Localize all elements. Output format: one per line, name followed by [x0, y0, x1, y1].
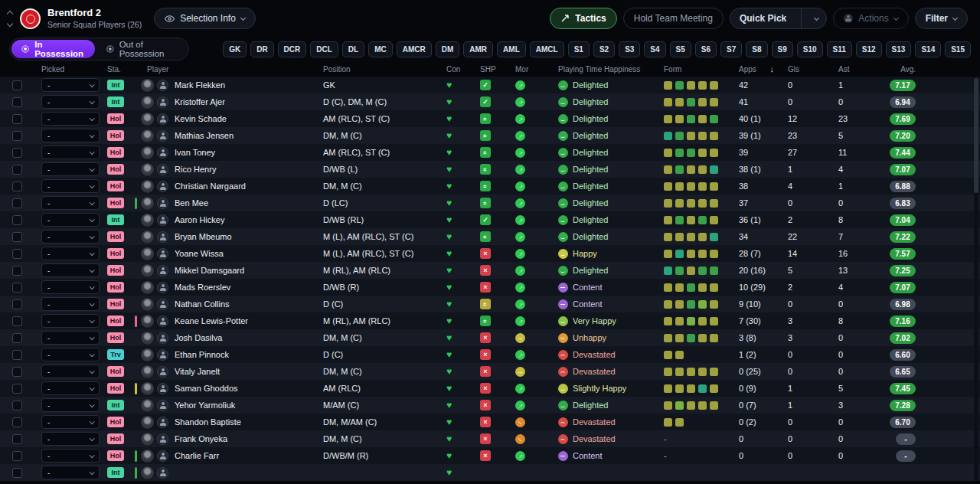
table-row[interactable]: - Hol Yoane Wissa M (L), AM (RLC), ST (C… — [0, 245, 980, 262]
picked-dropdown[interactable]: - — [41, 112, 100, 126]
table-row[interactable]: - Hol Christian Nørgaard DM, M (C) ♥ » →… — [0, 178, 980, 195]
position-chip-s12[interactable]: S12 — [856, 41, 882, 57]
row-checkbox[interactable] — [12, 316, 22, 326]
quick-pick-label[interactable]: Quick Pick — [730, 8, 795, 28]
row-checkbox[interactable] — [12, 401, 22, 410]
picked-dropdown[interactable]: - — [41, 449, 100, 463]
picked-dropdown[interactable]: - — [41, 230, 100, 244]
row-checkbox[interactable] — [12, 451, 22, 461]
row-checkbox[interactable] — [12, 232, 22, 242]
table-row[interactable]: - Trv Ethan Pinnock D (C) ♥ × → Devastat… — [0, 346, 980, 363]
position-chip-dcl[interactable]: DCL — [310, 41, 338, 57]
player-name[interactable]: Vitaly Janelt — [175, 367, 220, 376]
row-checkbox[interactable] — [12, 165, 22, 175]
player-name[interactable]: Josh Dasilva — [175, 333, 222, 342]
picked-dropdown[interactable]: - — [41, 247, 100, 260]
table-row[interactable]: - Hol Frank Onyeka DM, M (C) ♥ × → Devas… — [0, 430, 980, 447]
position-chip-s8[interactable]: S8 — [746, 41, 767, 57]
picked-dropdown[interactable]: - — [41, 331, 100, 345]
picked-dropdown[interactable]: - — [41, 78, 100, 92]
position-chip-s1[interactable]: S1 — [568, 41, 590, 57]
picked-dropdown[interactable]: - — [41, 381, 100, 395]
player-name[interactable]: Yoane Wissa — [175, 249, 224, 258]
picked-dropdown[interactable]: - — [41, 466, 100, 479]
selection-info-button[interactable]: Selection Info — [154, 8, 256, 29]
picked-dropdown[interactable]: - — [41, 314, 100, 328]
position-chip-s10[interactable]: S10 — [797, 41, 823, 57]
player-name[interactable]: Mikkel Damsgaard — [175, 266, 244, 275]
header-average-rating[interactable]: Avg. — [878, 65, 980, 74]
sort-descending-icon[interactable]: ↓ — [770, 64, 775, 74]
picked-dropdown[interactable]: - — [41, 162, 100, 176]
table-row[interactable]: - Hol Ivan Toney AM (RLC), ST (C) ♥ » → … — [0, 144, 980, 161]
player-name[interactable]: Ivan Toney — [175, 148, 215, 157]
position-chip-s6[interactable]: S6 — [695, 41, 717, 57]
header-picked[interactable]: Picked — [35, 65, 106, 74]
row-checkbox[interactable] — [12, 266, 22, 276]
picked-dropdown[interactable]: - — [41, 196, 100, 210]
table-row[interactable]: - Hol Mathias Jensen DM, M (C) ♥ » → Del… — [0, 127, 980, 144]
picked-dropdown[interactable]: - — [41, 432, 100, 446]
player-name[interactable]: Charlie Farr — [175, 451, 219, 460]
header-condition[interactable]: Con — [442, 65, 475, 74]
header-form[interactable]: Form — [655, 65, 731, 74]
row-checkbox[interactable] — [12, 333, 22, 343]
scrollbar-thumb[interactable] — [974, 78, 978, 193]
position-chip-s15[interactable]: S15 — [945, 41, 971, 57]
position-chip-s3[interactable]: S3 — [619, 41, 640, 57]
table-row[interactable]: - Hol Saman Ghoddos AM (RLC) ♥ × → Sligh… — [0, 380, 980, 397]
row-checkbox[interactable] — [12, 215, 22, 225]
row-checkbox[interactable] — [12, 283, 22, 293]
position-chip-s11[interactable]: S11 — [827, 41, 852, 57]
position-chip-s2[interactable]: S2 — [593, 41, 615, 57]
header-assists[interactable]: Ast — [831, 65, 878, 74]
row-checkbox[interactable] — [12, 148, 22, 158]
position-chip-aml[interactable]: AML — [497, 41, 526, 57]
table-row[interactable]: - Hol Rico Henry D/WB (L) ♥ » → Delighte… — [0, 161, 980, 178]
position-chip-dl[interactable]: DL — [342, 41, 364, 57]
player-name[interactable]: Mads Roerslev — [175, 283, 230, 292]
header-position[interactable]: Position — [323, 65, 442, 74]
row-checkbox[interactable] — [12, 468, 22, 478]
player-name[interactable]: Frank Onyeka — [175, 434, 227, 443]
table-row[interactable]: - Hol Ben Mee D (LC) ♥ » → Delighted 37 … — [0, 195, 980, 211]
row-checkbox[interactable] — [12, 434, 22, 444]
table-row[interactable]: - Int Kristoffer Ajer D (C), DM, M (C) ♥… — [0, 93, 980, 110]
table-row[interactable]: - Int Aaron Hickey D/WB (RL) ♥ ✓ → Delig… — [0, 211, 980, 228]
position-chip-amcr[interactable]: AMCR — [397, 41, 432, 57]
header-apps[interactable]: Apps ↓ — [731, 64, 780, 74]
player-name[interactable]: Mathias Jensen — [175, 131, 234, 140]
player-name[interactable]: Ethan Pinnock — [175, 350, 229, 359]
player-name[interactable]: Aaron Hickey — [175, 215, 224, 224]
position-chip-amcl[interactable]: AMCL — [530, 41, 564, 57]
position-chip-s14[interactable]: S14 — [915, 41, 941, 57]
chevron-down-icon[interactable] — [7, 20, 13, 26]
table-row[interactable]: - Int ♥ → — [0, 464, 980, 481]
row-checkbox[interactable] — [12, 367, 22, 377]
row-checkbox[interactable] — [12, 299, 22, 309]
picked-dropdown[interactable]: - — [41, 415, 100, 429]
position-chip-s13[interactable]: S13 — [886, 41, 912, 57]
position-chip-s9[interactable]: S9 — [772, 41, 793, 57]
hold-team-meeting-button[interactable]: Hold Team Meeting — [623, 8, 724, 29]
player-name[interactable]: Kevin Schade — [175, 114, 227, 123]
picked-dropdown[interactable]: - — [41, 365, 100, 378]
player-name[interactable]: Christian Nørgaard — [175, 182, 246, 191]
row-checkbox[interactable] — [12, 350, 22, 360]
player-name[interactable]: Keane Lewis-Potter — [175, 316, 248, 325]
header-player[interactable]: Player — [132, 65, 323, 74]
picked-dropdown[interactable]: - — [41, 348, 100, 361]
player-name[interactable]: Saman Ghoddos — [175, 384, 238, 393]
picked-dropdown[interactable]: - — [41, 146, 100, 159]
row-checkbox[interactable] — [12, 97, 22, 107]
table-row[interactable]: - Hol Kevin Schade AM (RLC), ST (C) ♥ » … — [0, 110, 980, 127]
player-name[interactable]: Mark Flekken — [175, 80, 225, 90]
table-row[interactable]: - Hol Charlie Farr D/WB/M (R) ♥ × → Cont… — [0, 447, 980, 464]
tab-out-of-possession[interactable]: Out of Possession — [96, 40, 187, 58]
table-row[interactable]: - Hol Nathan Collins D (C) ♥ » → Content… — [0, 296, 980, 312]
table-row[interactable]: - Hol Keane Lewis-Potter M (RL), AM (RLC… — [0, 312, 980, 329]
table-row[interactable]: - Int Yehor Yarmoliuk M/AM (C) ♥ × → Del… — [0, 397, 980, 414]
table-row[interactable]: - Hol Mads Roerslev D/WB (R) ♥ × → Conte… — [0, 279, 980, 296]
quick-pick-split-button[interactable]: Quick Pick — [730, 8, 827, 29]
player-name[interactable]: Kristoffer Ajer — [175, 97, 225, 106]
